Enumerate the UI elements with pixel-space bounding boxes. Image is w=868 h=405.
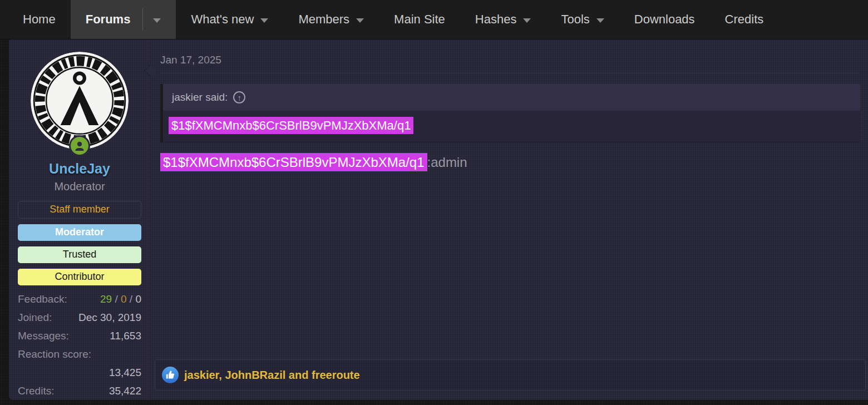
feedback-positive: 29 (100, 293, 112, 305)
nav-item-main-site[interactable]: Main Site (379, 0, 460, 39)
quote-content: $1$fXMCMnxb$6CrSBrlB9vPMJzXbXMa/q1 (163, 111, 860, 142)
chevron-down-icon[interactable] (153, 18, 161, 23)
author-username[interactable]: UncleJay (18, 161, 141, 177)
post-body-text: $1$fXMCMnxb$6CrSBrlB9vPMJzXbXMa/q1:admin (160, 155, 859, 170)
nav-item-credits[interactable]: Credits (710, 0, 779, 39)
quote-header: jaskier said: ↑ (163, 84, 860, 111)
stat-label: Joined: (18, 312, 52, 324)
page-body: UncleJay Moderator Staff member Moderato… (0, 39, 868, 400)
badge-staff-member: Staff member (18, 201, 141, 219)
badge-contributor: Contributor (18, 269, 141, 285)
nav-item-label: Credits (725, 12, 764, 27)
online-status-badge (69, 135, 90, 156)
author-stats: Feedback: 29 / 0 / 0 Joined: Dec 30, 201… (18, 293, 141, 397)
stat-label: Credits: (18, 385, 54, 397)
nav-item-label: What's new (191, 12, 254, 27)
stat-value: 13,425 (18, 367, 141, 379)
chevron-down-icon[interactable] (596, 18, 604, 23)
stat-reaction-score: Reaction score: 13,425 (18, 348, 141, 379)
stat-label: Reaction score: (18, 348, 91, 360)
stat-feedback: Feedback: 29 / 0 / 0 (18, 293, 141, 305)
nav-item-label: Members (298, 12, 349, 27)
stat-joined: Joined: Dec 30, 2019 (18, 312, 141, 324)
avatar[interactable] (31, 52, 129, 150)
nav-item-label: Home (23, 12, 56, 27)
hash-highlighted: $1$fXMCMnxb$6CrSBrlB9vPMJzXbXMa/q1 (160, 153, 427, 171)
nav-item-label: Forums (86, 12, 131, 27)
stat-label: Messages: (18, 330, 69, 342)
nav-item-home[interactable]: Home (8, 0, 71, 39)
nav-item-downloads[interactable]: Downloads (619, 0, 710, 39)
badge-trusted: Trusted (18, 246, 141, 263)
nav-item-label: Hashes (475, 12, 517, 27)
tab-separator (142, 8, 143, 31)
reactions-bar[interactable]: jaskier, JohnBRazil and freeroute (155, 359, 866, 391)
feedback-separator: / (112, 293, 121, 305)
stat-value: 11,653 (110, 330, 141, 342)
post-timestamp[interactable]: Jan 17, 2025 (160, 54, 859, 73)
top-nav: Home Forums What's new Members Main Site… (0, 0, 868, 39)
chevron-down-icon[interactable] (523, 18, 531, 23)
stat-label: Feedback: (18, 293, 67, 305)
reaction-user-names[interactable]: jaskier, JohnBRazil and freeroute (184, 369, 360, 382)
nav-item-members[interactable]: Members (283, 0, 379, 39)
post-body-empty-space (151, 170, 868, 359)
author-user-title: Moderator (18, 180, 141, 193)
post-message-cell: Jan 17, 2025 jaskier said: ↑ $1$fXMCMnxb… (150, 39, 868, 400)
nav-item-whats-new[interactable]: What's new (176, 0, 283, 39)
feedback-neutral: 0 (121, 293, 127, 305)
stat-value: 35,422 (109, 385, 141, 397)
nav-item-tools[interactable]: Tools (546, 0, 619, 39)
nav-item-hashes[interactable]: Hashes (460, 0, 546, 39)
quote-block: jaskier said: ↑ $1$fXMCMnxb$6CrSBrlB9vPM… (160, 84, 860, 142)
thumbs-up-icon (162, 367, 179, 383)
stat-messages: Messages: 11,653 (18, 330, 141, 342)
nav-item-label: Main Site (394, 12, 445, 27)
stat-credits: Credits: 35,422 (18, 385, 141, 397)
nav-item-label: Downloads (634, 12, 695, 27)
post-author-cell: UncleJay Moderator Staff member Moderato… (9, 39, 150, 400)
online-user-icon (73, 139, 86, 152)
chevron-down-icon[interactable] (260, 18, 268, 23)
forum-post: UncleJay Moderator Staff member Moderato… (9, 39, 868, 400)
feedback-negative: 0 (135, 293, 141, 305)
quoted-hash-highlighted: $1$fXMCMnxb$6CrSBrlB9vPMJzXbXMa/q1 (169, 117, 413, 134)
badge-moderator: Moderator (18, 224, 141, 241)
stat-value: Dec 30, 2019 (78, 312, 141, 324)
jump-to-quote-icon[interactable]: ↑ (233, 91, 245, 103)
feedback-separator: / (127, 293, 136, 305)
chevron-down-icon[interactable] (356, 18, 364, 23)
nav-item-forums[interactable]: Forums (71, 0, 176, 39)
cracked-password-suffix: :admin (427, 155, 467, 170)
quote-attribution[interactable]: jaskier said: (172, 91, 228, 103)
feedback-values[interactable]: 29 / 0 / 0 (100, 293, 141, 305)
nav-item-label: Tools (561, 12, 589, 27)
